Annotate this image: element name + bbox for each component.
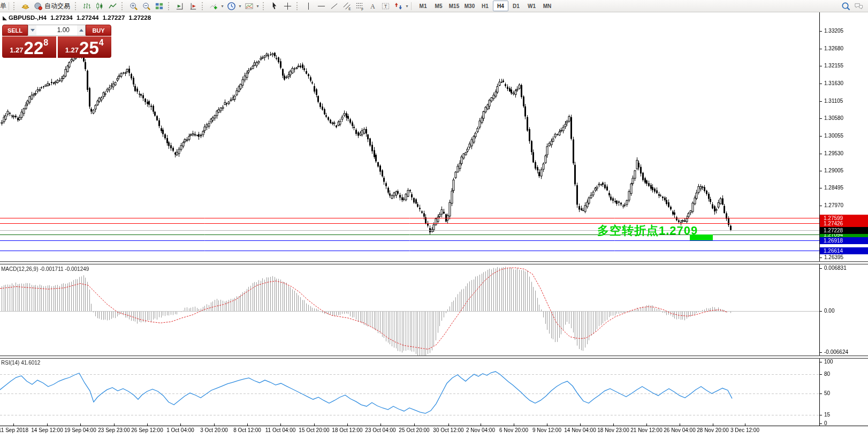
auto-trading-button[interactable]: 自动交易 bbox=[32, 1, 72, 11]
dropdown-caret-icon[interactable]: ▾ bbox=[405, 4, 409, 9]
text-label-icon[interactable]: T bbox=[379, 1, 392, 11]
toolbar-grip[interactable] bbox=[168, 2, 171, 10]
indicators-icon bbox=[209, 2, 218, 11]
time-axis-label: 18 Oct 12:00 bbox=[332, 427, 362, 433]
fibonacci-icon[interactable]: F bbox=[353, 1, 366, 11]
templates-icon bbox=[245, 2, 254, 11]
indicators-icon[interactable] bbox=[207, 1, 220, 11]
horizontal-line-icon bbox=[317, 2, 326, 11]
timeframe-button-m30[interactable]: M30 bbox=[462, 1, 477, 11]
pivot-annotation-text[interactable]: 多空转折点1.2709 bbox=[597, 223, 698, 239]
crosshair-icon[interactable] bbox=[281, 1, 294, 11]
window-splitter-macd[interactable] bbox=[0, 261, 868, 264]
timeframe-button-d1[interactable]: D1 bbox=[508, 1, 524, 11]
new-order-button-partial[interactable]: 单 bbox=[0, 1, 7, 11]
auto-scroll-icon[interactable] bbox=[173, 1, 186, 11]
volume-input[interactable]: 1.00 bbox=[36, 25, 77, 35]
macd-axis-label: 0.006831 bbox=[824, 265, 847, 271]
timeframe-label: H1 bbox=[482, 3, 489, 9]
zoom-out-icon bbox=[142, 2, 151, 11]
toolbar-grip[interactable] bbox=[263, 2, 266, 10]
one-click-panel-toggle-icon[interactable] bbox=[3, 16, 7, 20]
timeframe-button-h1[interactable]: H1 bbox=[477, 1, 493, 11]
search-icon[interactable] bbox=[839, 1, 852, 11]
toolbar-grip[interactable] bbox=[202, 2, 205, 10]
time-axis-label: 26 Sep 12:00 bbox=[131, 427, 163, 433]
time-axis-label: 30 Oct 12:00 bbox=[433, 427, 463, 433]
timeframe-label: M30 bbox=[465, 3, 475, 9]
tile-windows-icon[interactable] bbox=[153, 1, 165, 11]
time-axis-label: 11 Oct 04:00 bbox=[265, 427, 296, 433]
candlestick-chart-icon[interactable] bbox=[93, 1, 106, 11]
sell-price-button[interactable]: 1.27 22 8 bbox=[2, 36, 56, 58]
line-chart-icon[interactable] bbox=[106, 1, 119, 11]
sell-price-pip: 8 bbox=[43, 39, 48, 47]
line-chart-icon bbox=[108, 2, 117, 11]
sell-button[interactable]: SELL bbox=[2, 25, 28, 36]
bar-chart-icon[interactable] bbox=[80, 1, 93, 11]
time-axis-label: 23 Oct 04:00 bbox=[365, 427, 395, 433]
window-splitter-rsi[interactable] bbox=[0, 355, 868, 359]
zoom-in-icon[interactable] bbox=[127, 1, 140, 11]
timeframe-button-h4[interactable]: H4 bbox=[493, 1, 508, 11]
chart-close-value: 1.27228 bbox=[128, 14, 151, 21]
rsi-axis-label: 100 bbox=[824, 359, 833, 365]
toolbar-grip[interactable] bbox=[75, 2, 78, 10]
periods-icon[interactable] bbox=[225, 1, 238, 11]
toolbar-grip[interactable] bbox=[13, 2, 17, 10]
cursor-icon[interactable] bbox=[268, 1, 281, 11]
timeframe-button-m1[interactable]: M1 bbox=[415, 1, 431, 11]
timeframe-label: M1 bbox=[420, 3, 427, 9]
time-axis-label: 9 Nov 12:00 bbox=[532, 427, 561, 433]
toolbar-grip[interactable] bbox=[121, 2, 125, 10]
price-axis[interactable]: 1.332051.326801.321551.316301.311051.305… bbox=[820, 12, 868, 426]
dropdown-caret-icon[interactable]: ▾ bbox=[220, 4, 225, 9]
price-level-label: 1.27228 bbox=[820, 227, 868, 234]
time-axis-label: 3 Dec 12:00 bbox=[730, 427, 759, 433]
trendline-icon bbox=[330, 2, 339, 11]
trendline-icon[interactable] bbox=[328, 1, 340, 11]
chart-shift-icon[interactable] bbox=[186, 1, 199, 11]
toolbar-grip[interactable] bbox=[296, 2, 300, 10]
arrows-icon[interactable] bbox=[392, 1, 405, 11]
macd-indicator-label: MACD(12,26,9) -0.001711 -0.001249 bbox=[1, 266, 89, 272]
chart-canvas[interactable] bbox=[0, 0, 868, 439]
timeframe-button-w1[interactable]: W1 bbox=[524, 1, 539, 11]
gold-order-icon[interactable] bbox=[19, 1, 32, 11]
tile-windows-icon bbox=[155, 2, 164, 11]
timeframe-button-m5[interactable]: M5 bbox=[431, 1, 446, 11]
horizontal-line-icon[interactable] bbox=[315, 1, 328, 11]
text-icon[interactable]: A bbox=[366, 1, 379, 11]
templates-icon[interactable] bbox=[242, 1, 255, 11]
timeframe-button-m15[interactable]: M15 bbox=[446, 1, 462, 11]
price-tick-label: 1.26395 bbox=[824, 254, 843, 260]
price-tick-label: 1.30580 bbox=[824, 115, 843, 121]
buy-price-prefix: 1.27 bbox=[65, 46, 79, 54]
time-axis-label: 25 Oct 20:00 bbox=[399, 427, 429, 433]
timeframe-button-mn[interactable]: MN bbox=[539, 1, 555, 11]
chat-icon[interactable] bbox=[852, 1, 865, 11]
rsi-axis-label: 50 bbox=[824, 390, 830, 396]
equidistant-channel-icon[interactable]: E bbox=[340, 1, 353, 11]
fibonacci-icon: F bbox=[355, 2, 364, 11]
buy-price-button[interactable]: 1.27 25 4 bbox=[58, 36, 112, 58]
chart-ohlc-header: GBPUSD-,H4 1.27234 1.27244 1.27227 1.272… bbox=[9, 14, 153, 21]
toolbar: 单 自动交易▾▾▾EFAT▾ M1M5M15M30H1H4D1W1MN bbox=[0, 0, 868, 12]
toolbar-right-icons bbox=[839, 1, 868, 11]
timeframe-label: W1 bbox=[528, 3, 536, 9]
svg-text:T: T bbox=[384, 3, 386, 9]
volume-decrease-button[interactable] bbox=[28, 25, 36, 35]
time-axis-label: 14 Nov 04:00 bbox=[564, 427, 596, 433]
sell-price-big: 22 bbox=[24, 40, 44, 56]
volume-increase-button[interactable] bbox=[77, 25, 85, 35]
time-axis[interactable]: 11 Sep 201814 Sep 12:0019 Sep 04:0023 Se… bbox=[0, 427, 819, 437]
vertical-line-icon[interactable] bbox=[302, 1, 315, 11]
candlestick-chart-icon bbox=[95, 2, 104, 11]
time-axis-label: 11 Sep 2018 bbox=[0, 427, 28, 433]
time-axis-label: 28 Nov 20:00 bbox=[697, 427, 729, 433]
dropdown-caret-icon[interactable]: ▾ bbox=[238, 4, 242, 9]
dropdown-caret-icon[interactable]: ▾ bbox=[255, 4, 260, 9]
buy-button[interactable]: BUY bbox=[86, 25, 111, 36]
auto-trading-button bbox=[34, 2, 43, 11]
zoom-out-icon[interactable] bbox=[140, 1, 153, 11]
